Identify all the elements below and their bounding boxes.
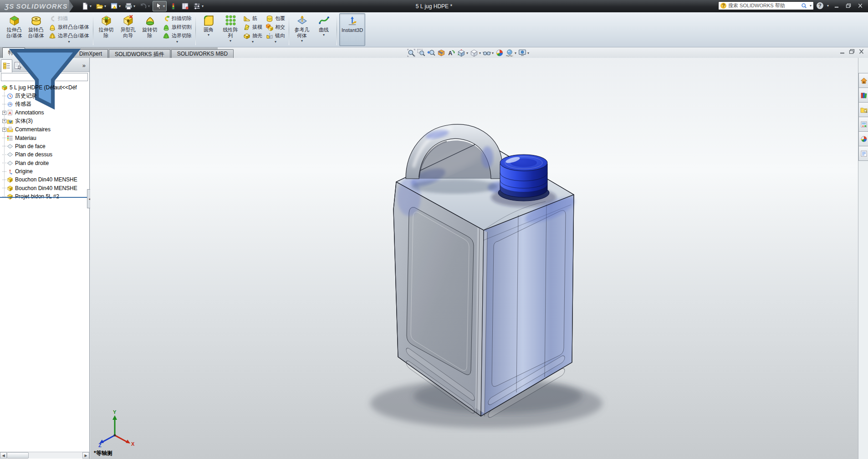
- ribbon-button-loft-cut[interactable]: 放样切割: [161, 23, 193, 31]
- ref-geometry-dropdown-icon[interactable]: ▾: [301, 39, 303, 43]
- ribbon-button-rib[interactable]: 筋: [242, 14, 264, 23]
- new-dropdown-icon[interactable]: ▾: [90, 4, 92, 8]
- tree-item[interactable]: Plan de face: [0, 142, 89, 150]
- view-settings-dropdown-icon[interactable]: ▾: [527, 51, 529, 55]
- feature-tree-filter-input[interactable]: [1, 73, 88, 81]
- tree-item[interactable]: +AAnnotations: [0, 108, 89, 117]
- tab-SOLIDWORKS MBD[interactable]: SOLIDWORKS MBD: [171, 49, 234, 58]
- scroll-right-arrow[interactable]: ▶: [82, 452, 89, 459]
- apply-scene-dropdown-icon[interactable]: ▾: [515, 51, 516, 55]
- ribbon-button-sweep[interactable]: 扫描: [47, 14, 91, 23]
- ribbon-button-wrap[interactable]: 包覆: [265, 14, 286, 23]
- document-restore-button[interactable]: [849, 49, 855, 56]
- ribbon-button-revolve-cut[interactable]: 旋转切 除: [139, 13, 160, 46]
- close-button[interactable]: [855, 2, 865, 10]
- search-icon[interactable]: [801, 3, 807, 9]
- tree-item[interactable]: 传感器: [0, 100, 89, 108]
- print-button[interactable]: ▾: [123, 1, 137, 11]
- help-button[interactable]: ?: [817, 2, 823, 9]
- graphics-viewport[interactable]: YXZ *等轴测: [90, 58, 858, 459]
- annotation-views-button[interactable]: A: [447, 48, 456, 57]
- linear-pattern-dropdown-icon[interactable]: ▾: [230, 39, 231, 43]
- view-orientation-dropdown-icon[interactable]: ▾: [466, 51, 468, 55]
- ribbon-button-hole-wizard[interactable]: 异型孔 向导: [117, 13, 138, 46]
- ribbon-button-draft[interactable]: 拔模: [242, 23, 264, 31]
- tree-item[interactable]: Plan de dessus: [0, 150, 89, 159]
- rebuild-button[interactable]: [168, 1, 179, 11]
- tree-item[interactable]: 历史记录: [0, 92, 89, 100]
- tree-expander-icon[interactable]: +: [2, 128, 6, 132]
- select-button[interactable]: ▾: [153, 1, 167, 11]
- options-dropdown-icon[interactable]: ▾: [202, 4, 204, 8]
- tab-SOLIDWORKS 插件[interactable]: SOLIDWORKS 插件: [109, 49, 170, 58]
- column-dropdown-icon[interactable]: ▾: [242, 40, 264, 44]
- search-dropdown-icon[interactable]: ▾: [810, 4, 812, 8]
- display-style-button[interactable]: ▾: [470, 48, 481, 57]
- display-style-dropdown-icon[interactable]: ▾: [479, 51, 481, 55]
- apply-scene-button[interactable]: ▾: [505, 48, 517, 57]
- make-drawing-button[interactable]: ▾: [109, 1, 122, 11]
- zoom-to-area-button[interactable]: [417, 48, 426, 57]
- options-button[interactable]: ▾: [192, 1, 205, 11]
- ribbon-button-loft-boss[interactable]: 放样凸台/基体: [47, 23, 91, 31]
- ribbon-button-curve[interactable]: 曲线▾: [313, 13, 334, 46]
- fillet-dropdown-icon[interactable]: ▾: [208, 33, 209, 37]
- task-pane-tab-home[interactable]: [858, 73, 868, 88]
- tree-item[interactable]: Materiau: [0, 134, 89, 142]
- task-pane-tab-appearances[interactable]: [858, 131, 868, 146]
- tree-item[interactable]: +实体(3): [0, 117, 89, 125]
- print-dropdown-icon[interactable]: ▾: [133, 4, 135, 8]
- file-properties-button[interactable]: [180, 1, 190, 11]
- task-pane-tab-custom-properties[interactable]: [858, 146, 868, 161]
- view-orientation-button[interactable]: ▾: [457, 48, 469, 57]
- select-dropdown-icon[interactable]: ▾: [163, 4, 165, 8]
- task-pane-tab-view-palette[interactable]: [858, 117, 868, 132]
- panel-horizontal-scrollbar[interactable]: ◀ ▶: [0, 452, 89, 459]
- edit-appearance-button[interactable]: [495, 48, 504, 57]
- ribbon-button-fillet[interactable]: 圆角▾: [198, 13, 219, 46]
- tree-expander-icon[interactable]: +: [2, 111, 6, 115]
- scrollbar-thumb[interactable]: [7, 452, 29, 459]
- hide-show-items-button[interactable]: ▾: [482, 48, 494, 57]
- document-close-button[interactable]: [858, 49, 864, 56]
- minimize-button[interactable]: [832, 2, 842, 10]
- scroll-left-arrow[interactable]: ◀: [0, 452, 7, 459]
- help-dropdown-icon[interactable]: ▾: [827, 4, 829, 8]
- ribbon-button-intersect[interactable]: 相交: [265, 23, 286, 31]
- document-minimize-button[interactable]: [839, 49, 845, 56]
- tree-item[interactable]: Origine: [0, 167, 89, 175]
- tree-expander-icon[interactable]: +: [2, 119, 6, 123]
- tree-item[interactable]: Bouchon Din40 MENSHE: [0, 175, 89, 184]
- view-settings-button[interactable]: ▾: [518, 48, 530, 57]
- scrollbar-track[interactable]: [29, 452, 82, 459]
- open-dropdown-icon[interactable]: ▾: [104, 4, 106, 8]
- zoom-to-fit-button[interactable]: [407, 48, 416, 57]
- feature-tree-splitter[interactable]: [0, 197, 89, 198]
- curve-dropdown-icon[interactable]: ▾: [323, 33, 325, 37]
- ribbon-button-mirror[interactable]: 镜向: [265, 31, 286, 40]
- column-dropdown-icon[interactable]: ▾: [161, 40, 193, 44]
- previous-view-button[interactable]: [427, 48, 436, 57]
- tree-item[interactable]: Plan de droite: [0, 159, 89, 167]
- hide-show-items-dropdown-icon[interactable]: ▾: [492, 51, 494, 55]
- make-drawing-dropdown-icon[interactable]: ▾: [119, 4, 121, 8]
- ribbon-button-shell[interactable]: 抽壳: [242, 31, 264, 40]
- ribbon-button-instant3d[interactable]: Instant3D: [339, 13, 365, 46]
- tree-item[interactable]: Bouchon Din40 MENSHE: [0, 184, 89, 192]
- task-pane-tab-design-library[interactable]: [858, 88, 868, 103]
- restore-button[interactable]: [843, 2, 853, 10]
- undo-dropdown-icon[interactable]: ▾: [148, 4, 150, 8]
- ribbon-button-ref-geometry[interactable]: 参考几 何体▾: [291, 13, 312, 46]
- ribbon-button-cut-extrude[interactable]: 拉伸切 除: [96, 13, 117, 46]
- jug-3d-model[interactable]: [90, 58, 858, 459]
- open-button[interactable]: ▾: [94, 1, 107, 11]
- ribbon-button-boundary-cut[interactable]: 边界切除: [161, 31, 193, 40]
- ribbon-button-sweep-cut[interactable]: 扫描切除: [161, 14, 193, 23]
- task-pane-tab-file-explorer[interactable]: [858, 102, 868, 117]
- new-button[interactable]: ▾: [80, 1, 93, 11]
- search-input[interactable]: ? 搜索 SOLIDWORKS 帮助 ▾: [718, 1, 814, 10]
- tree-item[interactable]: +Commentaires: [0, 125, 89, 134]
- undo-button[interactable]: ▾: [138, 1, 151, 11]
- ribbon-button-linear-pattern[interactable]: 线性阵 列▾: [220, 13, 241, 46]
- column-dropdown-icon[interactable]: ▾: [265, 40, 286, 44]
